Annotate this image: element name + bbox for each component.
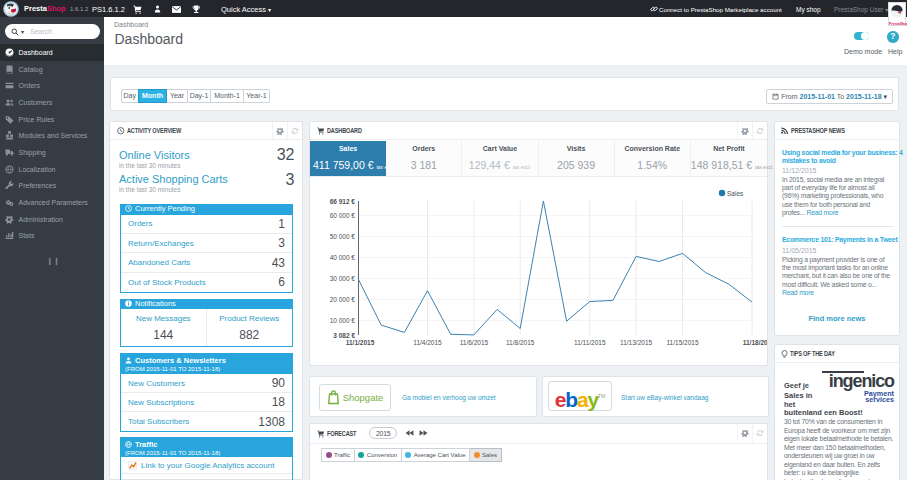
svg-text:11/4/2015: 11/4/2015 [413,339,442,346]
svg-text:10 000 €: 10 000 € [330,317,356,324]
svg-text:30 000 €: 30 000 € [330,275,356,282]
svg-text:3 082 €: 3 082 € [333,332,355,339]
svg-text:11/11/2015: 11/11/2015 [574,339,606,346]
svg-text:11/13/2015: 11/13/2015 [620,339,652,346]
svg-text:60 000 €: 60 000 € [330,212,356,219]
svg-text:11/8/2015: 11/8/2015 [506,339,535,346]
svg-text:11/1/2015: 11/1/2015 [346,339,375,346]
svg-text:11/6/2015: 11/6/2015 [460,339,489,346]
svg-text:40 000 €: 40 000 € [330,254,356,261]
svg-text:66 912 €: 66 912 € [330,198,356,205]
svg-text:50 000 €: 50 000 € [330,233,356,240]
svg-text:11/15/2015: 11/15/2015 [666,339,698,346]
svg-text:Sales: Sales [727,190,744,197]
svg-text:11/18/201: 11/18/201 [743,339,767,346]
svg-text:20 000 €: 20 000 € [330,296,356,303]
